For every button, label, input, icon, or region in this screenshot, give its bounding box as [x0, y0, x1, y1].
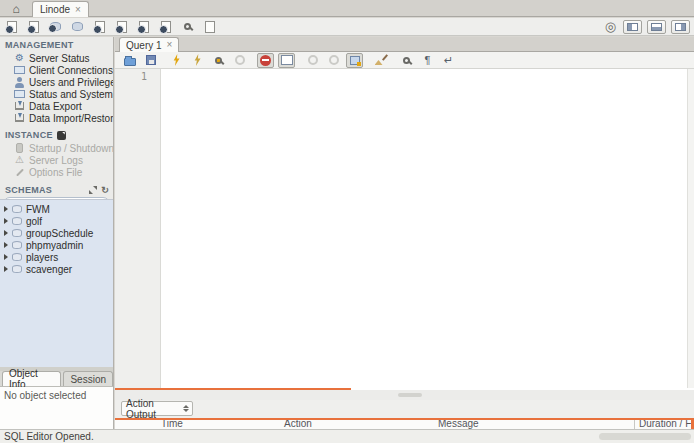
sidebar-item-data-export[interactable]: Data Export — [0, 100, 113, 112]
open-script-icon[interactable] — [121, 53, 138, 68]
sidebar-item-server-logs[interactable]: ⚠ Server Logs — [0, 154, 113, 166]
open-sql-script-icon[interactable] — [26, 19, 41, 34]
execute-current-statement-icon[interactable] — [189, 53, 206, 68]
search-table-data-icon[interactable] — [180, 19, 195, 34]
beautify-script-icon[interactable] — [372, 53, 389, 68]
show-invisible-chars-icon[interactable]: ¶ — [419, 53, 436, 68]
toggle-left-panel-button[interactable] — [623, 20, 642, 34]
connection-tab-linode[interactable]: Linode × — [32, 1, 89, 17]
query-tab-bar: Query 1 × — [115, 37, 694, 52]
limit-rows-icon — [281, 55, 293, 65]
system-variables-icon — [14, 89, 25, 100]
toggle-autocommit-button[interactable] — [346, 53, 363, 68]
toggle-word-wrap-icon[interactable]: ↵ — [440, 53, 457, 68]
line-number: 1 — [141, 71, 147, 82]
output-view-select[interactable]: Action Output — [121, 401, 193, 416]
horizontal-scrollbar[interactable] — [599, 433, 691, 440]
database-icon — [12, 229, 22, 237]
object-info-text: No object selected — [4, 390, 86, 401]
database-icon — [12, 217, 22, 225]
new-sql-tab-icon[interactable] — [4, 19, 19, 34]
reconnect-dbms-icon[interactable] — [202, 19, 217, 34]
query-tab-label: Query 1 — [126, 40, 162, 51]
create-table-icon[interactable] — [70, 19, 85, 34]
expander-icon[interactable] — [4, 254, 8, 260]
close-tab-icon[interactable]: × — [75, 5, 81, 15]
server-status-icon: ⚙ — [14, 53, 25, 64]
schema-item-fwm[interactable]: FWM — [0, 203, 113, 215]
home-tab[interactable]: ⌂ — [2, 1, 30, 16]
database-icon — [12, 265, 22, 273]
create-view-icon[interactable] — [92, 19, 107, 34]
expander-icon[interactable] — [4, 242, 8, 248]
right-panel-icon — [675, 23, 686, 31]
close-query-tab-icon[interactable]: × — [167, 40, 173, 50]
sidebar-item-users-privileges[interactable]: Users and Privileges — [0, 76, 113, 88]
sidebar-item-options-file[interactable]: Options File — [0, 166, 113, 178]
header-accent-line — [115, 418, 694, 420]
create-schema-icon[interactable] — [48, 19, 63, 34]
sidebar-item-startup-shutdown[interactable]: Startup / Shutdown — [0, 142, 113, 154]
status-bar: SQL Editor Opened. — [0, 429, 694, 443]
editor-vertical-scrollbar[interactable] — [687, 69, 694, 388]
execute-script-icon[interactable] — [168, 53, 185, 68]
commit-icon[interactable] — [304, 53, 321, 68]
main-toolbar-left — [4, 19, 217, 34]
create-function-icon[interactable] — [136, 19, 151, 34]
startup-shutdown-icon — [14, 143, 25, 154]
schema-item-golf[interactable]: golf — [0, 215, 113, 227]
schemas-section-title: SCHEMAS ↻ — [0, 185, 113, 195]
bottom-panel-icon — [651, 23, 662, 31]
management-section-title: MANAGEMENT — [0, 40, 113, 50]
expander-icon[interactable] — [4, 230, 8, 236]
lock-target-icon[interactable]: ◎ — [603, 19, 618, 34]
line-number-gutter: 1 — [115, 69, 161, 388]
toggle-right-panel-button[interactable] — [671, 20, 690, 34]
query-tab[interactable]: Query 1 × — [119, 37, 179, 52]
schema-item-players[interactable]: players — [0, 251, 113, 263]
splitter-grip[interactable] — [398, 393, 422, 397]
toggle-stop-on-error-button[interactable] — [257, 53, 274, 68]
tab-session[interactable]: Session — [63, 371, 113, 386]
panel-splitter[interactable] — [115, 390, 694, 400]
status-text: SQL Editor Opened. — [4, 431, 94, 442]
sidebar-item-client-connections[interactable]: Client Connections — [0, 64, 113, 76]
database-icon — [12, 205, 22, 213]
home-icon: ⌂ — [12, 2, 19, 16]
data-export-icon — [14, 101, 25, 112]
rollback-icon[interactable] — [325, 53, 342, 68]
toggle-bottom-panel-button[interactable] — [647, 20, 666, 34]
expander-icon[interactable] — [4, 218, 8, 224]
object-info-panel: No object selected — [0, 387, 113, 429]
object-info-tab-bar: Object Info Session — [0, 371, 113, 387]
sidebar-item-data-import[interactable]: Data Import/Restore — [0, 112, 113, 124]
sidebar-item-server-status[interactable]: ⚙ Server Status — [0, 52, 113, 64]
explain-statement-icon[interactable] — [210, 53, 227, 68]
schema-item-phpmyadmin[interactable]: phpmyadmin — [0, 239, 113, 251]
save-script-icon[interactable] — [142, 53, 159, 68]
sql-code-editor[interactable]: 1 — [115, 69, 694, 388]
connection-tab-label: Linode — [40, 4, 70, 15]
sidebar: MANAGEMENT ⚙ Server Status Client Connec… — [0, 37, 114, 429]
create-procedure-icon[interactable] — [114, 19, 129, 34]
find-icon[interactable] — [398, 53, 415, 68]
stop-query-icon[interactable] — [231, 53, 248, 68]
expander-icon[interactable] — [4, 206, 8, 212]
output-view-label: Action Output — [126, 398, 183, 420]
tab-object-info[interactable]: Object Info — [2, 371, 61, 386]
instance-admin-icon — [57, 131, 66, 140]
expand-panel-icon[interactable] — [89, 186, 97, 194]
schema-item-groupschedule[interactable]: groupSchedule — [0, 227, 113, 239]
schema-item-scavenger[interactable]: scavenger — [0, 263, 113, 275]
stop-on-error-icon — [260, 55, 271, 66]
database-icon — [12, 241, 22, 249]
left-panel-icon — [627, 23, 638, 31]
wrench-icon — [14, 167, 25, 178]
refresh-schemas-icon[interactable]: ↻ — [101, 186, 109, 195]
sidebar-item-status-variables[interactable]: Status and System Variables — [0, 88, 113, 100]
client-connections-icon — [14, 65, 25, 76]
action-output-bar: Action Output — [115, 400, 694, 418]
create-trigger-icon[interactable] — [158, 19, 173, 34]
expander-icon[interactable] — [4, 266, 8, 272]
toggle-limit-rows-button[interactable] — [278, 53, 295, 68]
